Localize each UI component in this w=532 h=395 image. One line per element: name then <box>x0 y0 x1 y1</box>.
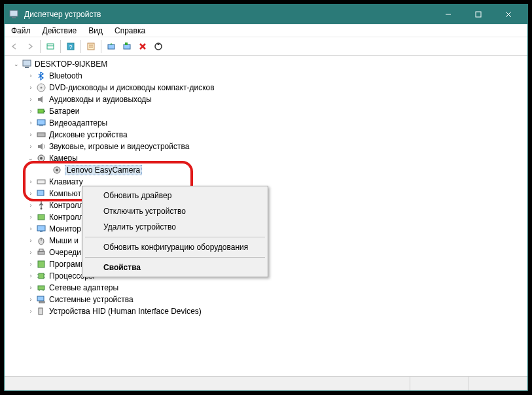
category-cameras[interactable]: ⌄Камеры <box>5 152 527 164</box>
update-driver-button[interactable] <box>104 39 118 54</box>
show-hidden-button[interactable] <box>43 39 58 54</box>
status-seg <box>410 377 469 390</box>
svg-rect-10 <box>88 43 94 50</box>
category-system[interactable]: ›Системные устройства <box>5 294 527 305</box>
expand-icon[interactable]: › <box>27 272 35 280</box>
expand-icon[interactable]: › <box>27 237 35 245</box>
status-seg <box>469 377 527 390</box>
expand-icon[interactable]: › <box>27 95 35 103</box>
expand-icon[interactable]: › <box>27 72 35 80</box>
battery-icon <box>36 106 46 116</box>
menu-properties[interactable]: Свойства <box>84 260 266 275</box>
menu-view[interactable]: Вид <box>86 25 105 37</box>
disk-icon <box>36 129 46 140</box>
svg-rect-27 <box>37 133 45 137</box>
network-icon <box>36 283 46 293</box>
separator <box>40 40 41 53</box>
category-sound[interactable]: ›Звуковые, игровые и видеоустройства <box>5 141 527 152</box>
expand-icon[interactable]: › <box>27 260 35 268</box>
menu-update-driver[interactable]: Обновить драйвер <box>84 188 266 203</box>
menu-file[interactable]: Файл <box>9 25 33 37</box>
svg-rect-6 <box>47 44 54 49</box>
node-label: Контролл <box>49 201 84 210</box>
node-label: Звуковые, игровые и видеоустройства <box>49 142 189 151</box>
expand-icon[interactable]: › <box>27 178 35 186</box>
svg-rect-0 <box>10 10 18 16</box>
svg-rect-32 <box>37 180 45 184</box>
menu-uninstall-device[interactable]: Удалить устройство <box>84 219 266 235</box>
expand-icon[interactable]: ⌄ <box>12 60 20 68</box>
node-label: Lenovo EasyCamera <box>65 165 142 175</box>
close-button[interactable] <box>493 5 523 24</box>
node-label: Сетевые адаптеры <box>49 283 118 292</box>
category-disk[interactable]: ›Дисковые устройства <box>5 129 527 141</box>
minimize-button[interactable] <box>433 5 463 24</box>
node-label: Мыши и <box>49 236 79 245</box>
node-label: Камеры <box>49 154 78 163</box>
expand-icon[interactable]: › <box>27 119 35 127</box>
maximize-button[interactable] <box>463 5 493 24</box>
category-hid[interactable]: ›Устройства HID (Human Interface Devices… <box>5 305 527 317</box>
expand-icon[interactable]: › <box>27 201 35 209</box>
node-label: Устройства HID (Human Interface Devices) <box>49 307 202 316</box>
expand-icon[interactable]: › <box>27 249 35 256</box>
device-lenovo-easycamera[interactable]: Lenovo EasyCamera <box>5 164 527 176</box>
svg-rect-37 <box>38 215 44 220</box>
back-button <box>7 39 22 54</box>
svg-rect-35 <box>37 190 44 196</box>
expand-icon[interactable]: › <box>27 307 35 315</box>
svg-rect-23 <box>38 109 44 113</box>
node-label: Контролл <box>49 213 84 222</box>
disable-button[interactable] <box>151 39 166 54</box>
scan-hardware-button[interactable] <box>120 39 134 54</box>
expand-icon[interactable]: › <box>27 143 35 150</box>
menu-help[interactable]: Справка <box>112 25 148 37</box>
svg-rect-43 <box>39 249 43 251</box>
svg-rect-3 <box>476 12 481 17</box>
menu-disable-device[interactable]: Отключить устройство <box>84 203 266 219</box>
svg-rect-15 <box>125 43 128 45</box>
audio-icon <box>36 94 46 105</box>
help-button[interactable]: ? <box>63 39 78 54</box>
menu-separator <box>85 237 265 237</box>
expand-icon[interactable]: › <box>27 107 35 115</box>
category-audio[interactable]: ›Аудиовходы и аудиовыходы <box>5 94 527 105</box>
svg-text:?: ? <box>69 44 72 50</box>
svg-rect-25 <box>37 120 45 125</box>
expand-icon[interactable]: › <box>27 213 35 221</box>
hid-icon <box>36 306 46 317</box>
root-node[interactable]: ⌄ DESKTOP-9IJKBEM <box>5 58 527 70</box>
usb-icon <box>36 200 46 211</box>
category-batteries[interactable]: ›Батареи <box>5 105 527 117</box>
expand-icon[interactable]: › <box>27 84 35 92</box>
expand-icon[interactable]: › <box>27 296 35 303</box>
separator <box>80 40 81 53</box>
device-tree-pane[interactable]: ⌄ DESKTOP-9IJKBEM ›Bluetooth ›DVD-дисков… <box>5 56 527 376</box>
node-label: Компьют <box>49 189 81 198</box>
menu-scan-hardware[interactable]: Обновить конфигурацию оборудования <box>84 239 266 255</box>
menu-action[interactable]: Действие <box>40 25 80 37</box>
node-label: Bluetooth <box>49 71 82 80</box>
svg-rect-13 <box>108 44 115 49</box>
svg-point-31 <box>56 169 58 171</box>
svg-rect-55 <box>39 308 43 315</box>
category-bluetooth[interactable]: ›Bluetooth <box>5 70 527 82</box>
node-label: DVD-дисководы и дисководы компакт-дисков <box>49 83 215 92</box>
forward-button <box>23 39 37 54</box>
expand-icon[interactable]: › <box>27 190 35 198</box>
svg-point-22 <box>41 87 43 89</box>
node-label: DESKTOP-9IJKBEM <box>35 60 107 69</box>
properties-button[interactable] <box>84 39 98 54</box>
category-display[interactable]: ›Видеоадаптеры <box>5 117 527 129</box>
category-network[interactable]: ›Сетевые адаптеры <box>5 282 527 294</box>
title-bar[interactable]: Диспетчер устройств <box>5 5 527 24</box>
sound-icon <box>36 141 46 152</box>
uninstall-button[interactable] <box>135 39 150 54</box>
category-dvd[interactable]: ›DVD-дисководы и дисководы компакт-диско… <box>5 82 527 94</box>
node-label: Батареи <box>49 107 79 116</box>
expand-icon[interactable]: › <box>27 284 35 292</box>
expand-icon[interactable]: › <box>27 131 35 139</box>
expand-icon[interactable]: › <box>27 225 35 233</box>
device-manager-window: Диспетчер устройств Файл Действие Вид Сп… <box>4 4 528 391</box>
expand-icon[interactable]: ⌄ <box>27 154 35 162</box>
